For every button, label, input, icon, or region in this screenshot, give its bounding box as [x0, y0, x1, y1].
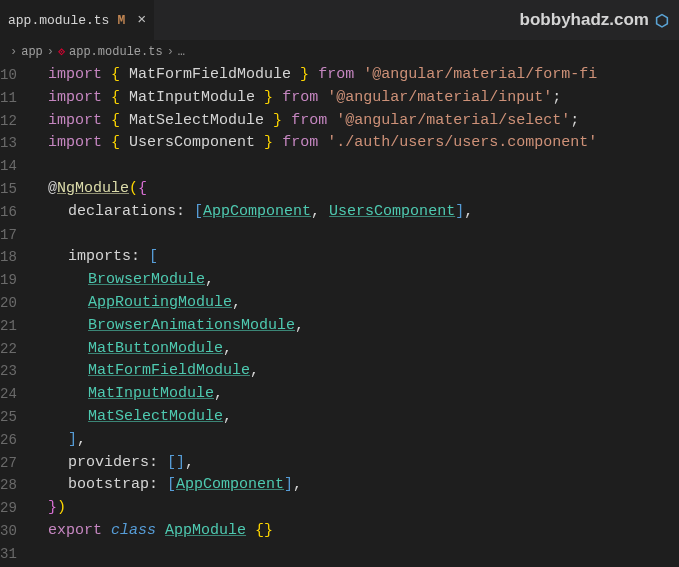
line-number: 29: [0, 497, 16, 520]
code-line[interactable]: AppRoutingModule,: [28, 292, 679, 315]
breadcrumb-item[interactable]: app: [21, 45, 43, 59]
breadcrumb-item[interactable]: …: [178, 45, 185, 59]
code-line[interactable]: providers: [],: [28, 452, 679, 475]
code-line[interactable]: ],: [28, 429, 679, 452]
line-number: 14: [0, 155, 16, 178]
watermark-text: bobbyhadz.com: [520, 10, 649, 30]
code-line[interactable]: bootstrap: [AppComponent],: [28, 474, 679, 497]
chevron-right-icon: ›: [6, 45, 21, 59]
breadcrumb: › app › ⟐ app.module.ts › …: [0, 40, 679, 64]
line-number: 11: [0, 87, 16, 110]
code-line[interactable]: MatInputModule,: [28, 383, 679, 406]
code-line[interactable]: MatButtonModule,: [28, 338, 679, 361]
line-number: 26: [0, 429, 16, 452]
code-line[interactable]: imports: [: [28, 246, 679, 269]
breadcrumb-item[interactable]: ⟐ app.module.ts: [58, 45, 163, 59]
line-number: 28: [0, 474, 16, 497]
line-number: 23: [0, 360, 16, 383]
line-number: 16: [0, 201, 16, 224]
code-line[interactable]: declarations: [AppComponent, UsersCompon…: [28, 201, 679, 224]
code-line[interactable]: [28, 155, 679, 178]
code-line[interactable]: [28, 224, 679, 247]
code-line[interactable]: MatSelectModule,: [28, 406, 679, 429]
watermark: bobbyhadz.com ⬡: [520, 10, 669, 30]
code-line[interactable]: export class AppModule {}: [28, 520, 679, 543]
line-number: 13: [0, 132, 16, 155]
line-number: 10: [0, 64, 16, 87]
code-content[interactable]: import { MatFormFieldModule } from '@ang…: [28, 64, 679, 567]
code-line[interactable]: @NgModule({: [28, 178, 679, 201]
line-number: 20: [0, 292, 16, 315]
editor[interactable]: 1011121314151617181920212223242526272829…: [0, 64, 679, 567]
code-line[interactable]: import { MatInputModule } from '@angular…: [28, 87, 679, 110]
close-icon[interactable]: ×: [133, 12, 150, 29]
code-line[interactable]: import { MatFormFieldModule } from '@ang…: [28, 64, 679, 87]
line-number: 15: [0, 178, 16, 201]
line-gutter: 1011121314151617181920212223242526272829…: [0, 64, 28, 567]
chevron-right-icon: ›: [43, 45, 58, 59]
editor-tab[interactable]: app.module.ts M ×: [0, 0, 154, 40]
line-number: 27: [0, 452, 16, 475]
line-number: 30: [0, 520, 16, 543]
line-number: 12: [0, 110, 16, 133]
code-line[interactable]: BrowserAnimationsModule,: [28, 315, 679, 338]
code-line[interactable]: [28, 543, 679, 566]
code-line[interactable]: import { UsersComponent } from './auth/u…: [28, 132, 679, 155]
breadcrumb-label: app: [21, 45, 43, 59]
line-number: 24: [0, 383, 16, 406]
line-number: 21: [0, 315, 16, 338]
chevron-right-icon: ›: [163, 45, 178, 59]
line-number: 18: [0, 246, 16, 269]
code-line[interactable]: MatFormFieldModule,: [28, 360, 679, 383]
line-number: 31: [0, 543, 16, 566]
breadcrumb-label: app.module.ts: [69, 45, 163, 59]
code-line[interactable]: import { MatSelectModule } from '@angula…: [28, 110, 679, 133]
line-number: 22: [0, 338, 16, 361]
tab-filename: app.module.ts: [8, 13, 109, 28]
breadcrumb-label: …: [178, 45, 185, 59]
code-line[interactable]: BrowserModule,: [28, 269, 679, 292]
cube-icon: ⬡: [655, 11, 669, 30]
line-number: 19: [0, 269, 16, 292]
line-number: 25: [0, 406, 16, 429]
line-number: 17: [0, 224, 16, 247]
title-bar: app.module.ts M × bobbyhadz.com ⬡: [0, 0, 679, 40]
angular-icon: ⟐: [58, 45, 65, 59]
tab-modified-indicator: M: [117, 13, 125, 28]
code-line[interactable]: }): [28, 497, 679, 520]
